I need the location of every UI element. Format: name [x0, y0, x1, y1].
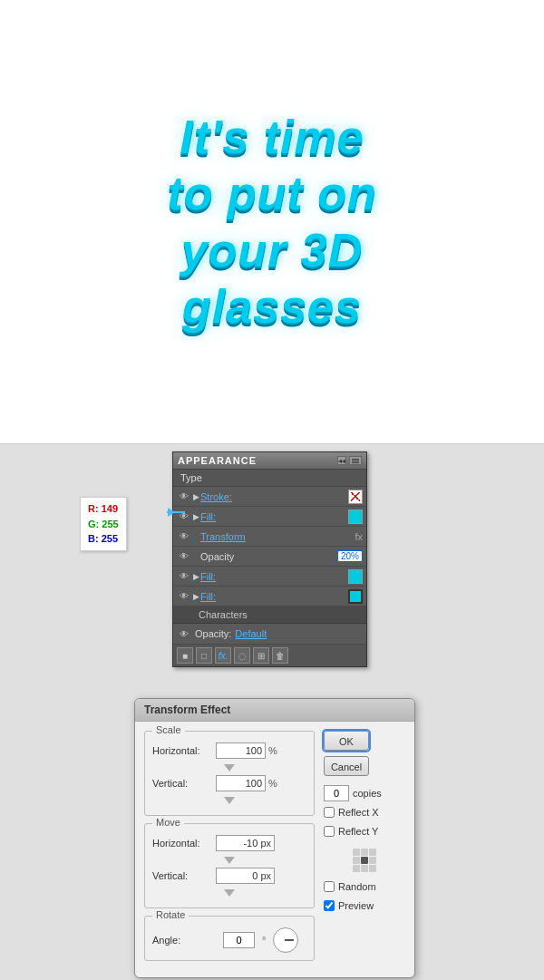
panel-titlebar: APPEARANCE ◂◂ — [173, 452, 366, 470]
eye-icon-transform[interactable]: 👁 — [177, 529, 191, 544]
dialog-title: Transform Effect — [144, 703, 230, 716]
arrow-icon-fill3[interactable]: ▶ — [191, 589, 200, 604]
scale-h-input[interactable] — [216, 742, 266, 759]
transform-dialog: Transform Effect Scale Horizontal: % — [134, 698, 415, 978]
canvas-line3: your 3D — [167, 222, 376, 278]
opacity-value-text[interactable]: Default — [235, 628, 267, 639]
angle-input[interactable] — [223, 932, 255, 948]
opacity-label-row: Opacity — [200, 551, 335, 562]
b-value: B: 255 — [88, 533, 118, 544]
dialog-body: Scale Horizontal: % Vertical: — [135, 722, 414, 977]
move-section: Move Horizontal: Vertical: — [144, 823, 315, 908]
move-h-input[interactable] — [216, 835, 275, 851]
scale-v-input[interactable] — [216, 775, 266, 791]
canvas-line1: It's time — [167, 109, 376, 165]
cancel-button[interactable]: Cancel — [324, 756, 369, 776]
move-h-slider — [152, 857, 306, 864]
toolbar-clear-btn[interactable]: ◌ — [234, 647, 250, 664]
stroke-row: 👁 ▶ Stroke: — [173, 487, 366, 507]
rotate-section-title: Rotate — [152, 909, 189, 920]
fill-label-3[interactable]: Fill: — [200, 591, 348, 602]
arrow-icon-fill1[interactable]: ▶ — [191, 509, 200, 524]
grid-cell-1 — [353, 849, 360, 856]
scale-h-unit: % — [268, 745, 277, 756]
opacity-row: 👁 Opacity 20% — [173, 547, 366, 567]
scale-section-title: Scale — [152, 724, 185, 735]
canvas-area: It's time to put on your 3D glasses — [0, 0, 544, 444]
grid-cell-8 — [361, 865, 368, 872]
dialog-left: Scale Horizontal: % Vertical: — [144, 731, 315, 968]
reflect-x-checkbox[interactable] — [324, 807, 335, 818]
eye-icon-fill3[interactable]: 👁 — [177, 589, 191, 604]
reflect-y-label: Reflect Y — [338, 826, 378, 837]
stroke-label[interactable]: Stroke: — [200, 491, 348, 502]
scale-v-slider — [152, 797, 306, 804]
fx-button[interactable]: fx — [355, 531, 363, 542]
move-v-slider-triangle — [224, 889, 235, 897]
grid-cell-4 — [353, 857, 360, 864]
toolbar-stroke-btn[interactable]: □ — [196, 647, 212, 664]
move-v-input[interactable] — [216, 868, 275, 884]
stroke-swatch[interactable] — [348, 490, 363, 504]
g-value: G: 255 — [88, 519, 119, 529]
rotate-section: Rotate Angle: ° — [144, 916, 315, 961]
eye-icon-stroke[interactable]: 👁 — [177, 490, 191, 504]
fill-swatch-2[interactable] — [348, 569, 363, 584]
color-tooltip: R: 149 G: 255 B: 255 — [80, 497, 127, 551]
move-h-row: Horizontal: — [152, 835, 306, 851]
scale-section: Scale Horizontal: % Vertical: — [144, 731, 315, 816]
canvas-text: It's time to put on your 3D glasses — [167, 109, 376, 335]
angle-label: Angle: — [152, 935, 216, 946]
transform-label[interactable]: Transform — [200, 531, 355, 542]
ok-button[interactable]: OK — [324, 731, 369, 751]
random-checkbox[interactable] — [324, 881, 335, 892]
rotate-row: Angle: ° — [152, 927, 306, 953]
grid-cell-9 — [369, 865, 376, 872]
fill-swatch-1[interactable] — [348, 509, 363, 524]
preview-label: Preview — [338, 900, 374, 911]
panel-controls: ◂◂ — [337, 456, 362, 465]
grid-cell-5 — [361, 857, 368, 864]
fill-label-2[interactable]: Fill: — [200, 571, 348, 582]
move-v-slider — [152, 889, 306, 897]
toolbar-fx-btn[interactable]: fx. — [215, 647, 231, 664]
preview-checkbox[interactable] — [324, 900, 335, 911]
dialog-titlebar: Transform Effect — [135, 699, 414, 722]
rotate-content: Angle: ° — [145, 917, 314, 960]
toolbar-delete-btn[interactable]: 🗑 — [272, 647, 288, 664]
panel-title: APPEARANCE — [178, 455, 257, 466]
scale-h-slider — [152, 764, 306, 771]
opacity-default-row: 👁 Opacity: Default — [173, 624, 366, 645]
scale-v-slider-triangle — [224, 797, 235, 804]
random-label: Random — [338, 881, 376, 892]
eye-icon-fill2[interactable]: 👁 — [177, 569, 191, 584]
transform-grid-icon[interactable] — [353, 849, 376, 872]
toolbar-duplicate-btn[interactable]: ⊞ — [253, 647, 269, 664]
fill-label-1[interactable]: Fill: — [200, 511, 348, 522]
opacity-badge[interactable]: 20% — [337, 550, 363, 562]
panel-menu-button[interactable] — [349, 456, 362, 465]
fill-row-2: 👁 ▶ Fill: — [173, 567, 366, 587]
reflect-y-row: Reflect Y — [324, 826, 405, 837]
reflect-x-label: Reflect X — [338, 807, 379, 818]
reflect-y-checkbox[interactable] — [324, 826, 335, 837]
r-value: R: 149 — [88, 503, 118, 514]
fill-swatch-3[interactable] — [348, 589, 363, 604]
angle-dial[interactable] — [273, 927, 298, 953]
grid-cell-7 — [353, 865, 360, 872]
scale-h-label: Horizontal: — [152, 745, 216, 756]
eye-icon-opacity[interactable]: 👁 — [177, 549, 191, 564]
copies-label: copies — [353, 788, 382, 799]
copies-input[interactable] — [324, 785, 349, 801]
arrow-icon-fill2[interactable]: ▶ — [191, 569, 200, 584]
move-content: Horizontal: Vertical: — [145, 824, 314, 907]
degree-symbol: ° — [262, 935, 266, 946]
arrow-icon-stroke[interactable]: ▶ — [191, 490, 200, 504]
move-h-slider-triangle — [224, 857, 235, 864]
toolbar-new-btn[interactable]: ■ — [177, 647, 193, 664]
scale-v-label: Vertical: — [152, 778, 216, 789]
panel-close-button[interactable]: ◂◂ — [337, 456, 346, 465]
bottom-area: R: 149 G: 255 B: 255 APPEARANCE ◂◂ Type … — [0, 444, 544, 980]
scale-h-slider-triangle — [224, 764, 235, 771]
eye-icon-opacity2[interactable]: 👁 — [177, 626, 191, 641]
